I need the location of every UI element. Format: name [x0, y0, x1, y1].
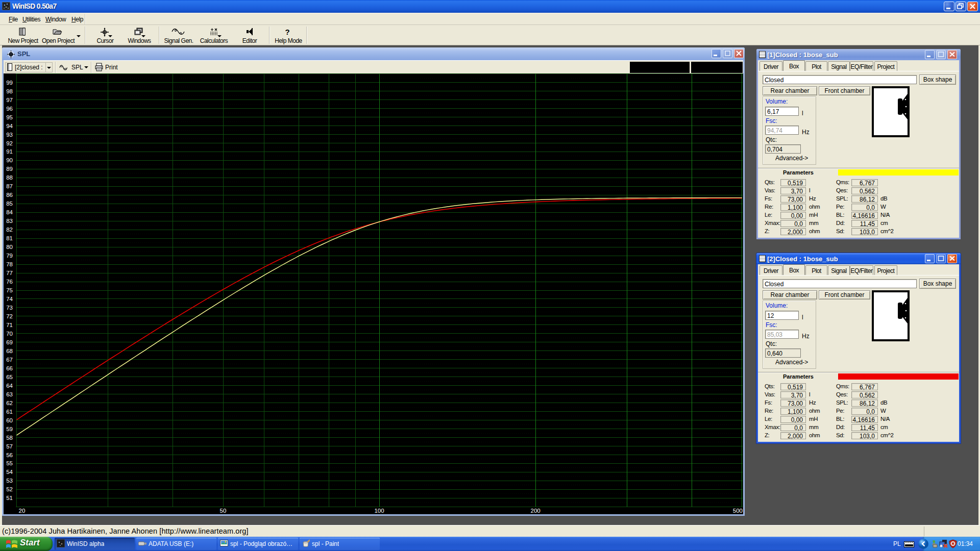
svg-text:62: 62 — [6, 400, 13, 406]
svg-text:51: 51 — [6, 495, 13, 501]
svg-text:64: 64 — [6, 383, 13, 389]
svg-text:56: 56 — [6, 452, 13, 458]
svg-text:66: 66 — [6, 365, 13, 371]
svg-text:61: 61 — [6, 409, 13, 415]
svg-text:83: 83 — [6, 218, 13, 224]
svg-text:60: 60 — [6, 417, 13, 423]
svg-text:70: 70 — [6, 331, 13, 337]
svg-text:55: 55 — [6, 460, 13, 466]
svg-text:85: 85 — [6, 201, 13, 207]
svg-text:91: 91 — [6, 148, 13, 155]
svg-text:53: 53 — [6, 478, 13, 484]
svg-text:88: 88 — [6, 174, 13, 181]
svg-text:67: 67 — [6, 357, 13, 363]
svg-text:75: 75 — [6, 287, 13, 293]
svg-text:74: 74 — [6, 296, 13, 302]
svg-text:76: 76 — [6, 279, 13, 285]
svg-text:59: 59 — [6, 426, 13, 432]
svg-text:52: 52 — [6, 486, 13, 492]
svg-text:200: 200 — [531, 508, 541, 514]
svg-text:79: 79 — [6, 253, 13, 259]
svg-text:93: 93 — [6, 132, 13, 138]
svg-text:78: 78 — [6, 261, 13, 267]
svg-text:92: 92 — [6, 140, 13, 146]
svg-text:87: 87 — [6, 183, 13, 189]
svg-text:73: 73 — [6, 305, 13, 311]
svg-text:100: 100 — [374, 508, 384, 514]
svg-text:97: 97 — [6, 97, 13, 103]
svg-text:69: 69 — [6, 339, 13, 345]
svg-text:65: 65 — [6, 374, 13, 380]
svg-text:50: 50 — [220, 508, 227, 514]
svg-text:72: 72 — [6, 313, 13, 319]
svg-text:98: 98 — [6, 88, 13, 94]
svg-text:58: 58 — [6, 435, 13, 441]
svg-text:81: 81 — [6, 235, 13, 241]
svg-text:84: 84 — [6, 209, 13, 215]
svg-text:99: 99 — [6, 80, 13, 86]
svg-text:96: 96 — [6, 106, 13, 112]
svg-text:94: 94 — [6, 123, 13, 129]
svg-text:63: 63 — [6, 391, 13, 397]
svg-text:68: 68 — [6, 348, 13, 354]
svg-text:54: 54 — [6, 469, 13, 475]
svg-text:20: 20 — [19, 508, 26, 514]
svg-text:90: 90 — [6, 157, 13, 163]
svg-text:86: 86 — [6, 192, 13, 198]
svg-text:82: 82 — [6, 227, 13, 233]
svg-text:57: 57 — [6, 443, 13, 449]
svg-text:77: 77 — [6, 270, 13, 276]
svg-text:500: 500 — [733, 508, 743, 514]
svg-text:95: 95 — [6, 114, 13, 120]
svg-text:89: 89 — [6, 166, 13, 172]
svg-text:80: 80 — [6, 244, 13, 250]
svg-text:71: 71 — [6, 322, 13, 328]
